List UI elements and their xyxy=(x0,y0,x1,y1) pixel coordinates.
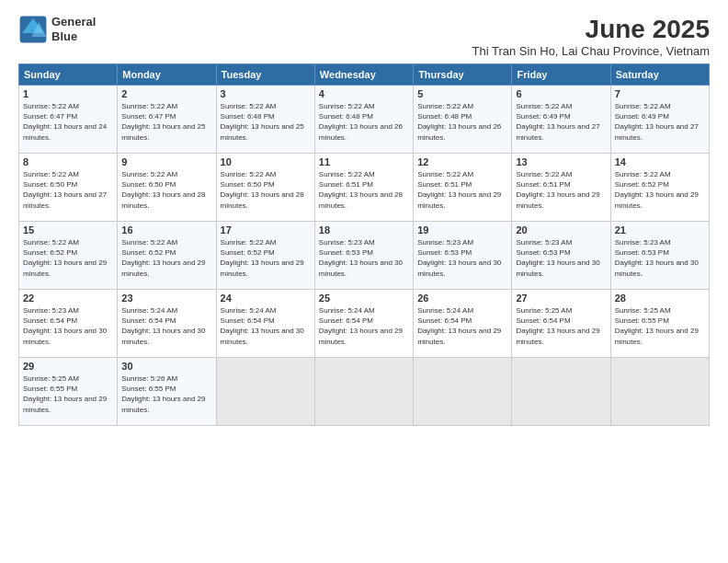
cell-info: Sunrise: 5:25 AMSunset: 6:55 PMDaylight:… xyxy=(23,373,113,415)
cell-info: Sunrise: 5:23 AMSunset: 6:53 PMDaylight:… xyxy=(417,237,507,279)
calendar-cell: 11Sunrise: 5:22 AMSunset: 6:51 PMDayligh… xyxy=(314,154,413,222)
cell-info: Sunrise: 5:23 AMSunset: 6:54 PMDaylight:… xyxy=(23,305,113,347)
calendar-cell: 10Sunrise: 5:22 AMSunset: 6:50 PMDayligh… xyxy=(216,154,314,222)
cell-info: Sunrise: 5:22 AMSunset: 6:48 PMDaylight:… xyxy=(417,101,507,143)
header-row: SundayMondayTuesdayWednesdayThursdayFrid… xyxy=(19,64,710,86)
logo-line2: Blue xyxy=(51,29,96,44)
day-number: 14 xyxy=(615,156,705,167)
calendar-cell xyxy=(414,358,512,426)
calendar-cell xyxy=(314,358,413,426)
cell-info: Sunrise: 5:22 AMSunset: 6:50 PMDaylight:… xyxy=(121,169,211,211)
calendar-cell: 3Sunrise: 5:22 AMSunset: 6:48 PMDaylight… xyxy=(216,86,314,154)
calendar-cell: 8Sunrise: 5:22 AMSunset: 6:50 PMDaylight… xyxy=(19,154,118,222)
cell-info: Sunrise: 5:24 AMSunset: 6:54 PMDaylight:… xyxy=(221,305,311,347)
day-number: 16 xyxy=(121,224,211,236)
cell-info: Sunrise: 5:22 AMSunset: 6:51 PMDaylight:… xyxy=(319,169,409,211)
cell-info: Sunrise: 5:22 AMSunset: 6:52 PMDaylight:… xyxy=(221,237,311,279)
cell-info: Sunrise: 5:22 AMSunset: 6:51 PMDaylight:… xyxy=(417,169,507,211)
cell-info: Sunrise: 5:22 AMSunset: 6:47 PMDaylight:… xyxy=(121,101,211,143)
calendar-page: General Blue June 2025 Thi Tran Sin Ho, … xyxy=(0,0,728,563)
calendar-cell: 14Sunrise: 5:22 AMSunset: 6:52 PMDayligh… xyxy=(610,154,709,222)
calendar-cell: 20Sunrise: 5:23 AMSunset: 6:53 PMDayligh… xyxy=(512,222,610,290)
header-thursday: Thursday xyxy=(414,64,512,86)
day-number: 18 xyxy=(319,224,409,236)
logo-text: General Blue xyxy=(51,15,96,43)
calendar-cell xyxy=(512,358,610,426)
day-number: 3 xyxy=(221,88,311,99)
cell-info: Sunrise: 5:22 AMSunset: 6:52 PMDaylight:… xyxy=(121,237,211,279)
cell-info: Sunrise: 5:22 AMSunset: 6:49 PMDaylight:… xyxy=(615,101,705,143)
day-number: 5 xyxy=(417,88,507,99)
day-number: 4 xyxy=(319,88,409,99)
calendar-cell: 29Sunrise: 5:25 AMSunset: 6:55 PMDayligh… xyxy=(19,358,118,426)
cell-info: Sunrise: 5:25 AMSunset: 6:55 PMDaylight:… xyxy=(615,305,705,347)
day-number: 26 xyxy=(417,293,507,304)
title-block: June 2025 Thi Tran Sin Ho, Lai Chau Prov… xyxy=(472,15,710,58)
cell-info: Sunrise: 5:23 AMSunset: 6:53 PMDaylight:… xyxy=(615,237,705,279)
calendar-cell xyxy=(610,358,709,426)
day-number: 13 xyxy=(516,156,606,167)
day-number: 1 xyxy=(23,88,113,99)
calendar-week-row: 15Sunrise: 5:22 AMSunset: 6:52 PMDayligh… xyxy=(19,222,710,290)
header-sunday: Sunday xyxy=(19,64,118,86)
calendar-cell: 21Sunrise: 5:23 AMSunset: 6:53 PMDayligh… xyxy=(610,222,709,290)
subtitle: Thi Tran Sin Ho, Lai Chau Province, Viet… xyxy=(472,44,710,58)
calendar-week-row: 22Sunrise: 5:23 AMSunset: 6:54 PMDayligh… xyxy=(19,290,710,358)
day-number: 11 xyxy=(319,156,409,167)
day-number: 6 xyxy=(516,88,606,99)
main-title: June 2025 xyxy=(472,15,710,44)
cell-info: Sunrise: 5:22 AMSunset: 6:51 PMDaylight:… xyxy=(516,169,606,211)
calendar-cell: 25Sunrise: 5:24 AMSunset: 6:54 PMDayligh… xyxy=(314,290,413,358)
calendar-cell: 9Sunrise: 5:22 AMSunset: 6:50 PMDaylight… xyxy=(118,154,216,222)
calendar-cell: 5Sunrise: 5:22 AMSunset: 6:48 PMDaylight… xyxy=(414,86,512,154)
calendar-cell: 26Sunrise: 5:24 AMSunset: 6:54 PMDayligh… xyxy=(414,290,512,358)
calendar-cell: 28Sunrise: 5:25 AMSunset: 6:55 PMDayligh… xyxy=(610,290,709,358)
cell-info: Sunrise: 5:25 AMSunset: 6:54 PMDaylight:… xyxy=(516,305,606,347)
day-number: 2 xyxy=(121,88,211,99)
day-number: 12 xyxy=(417,156,507,167)
day-number: 29 xyxy=(23,361,113,372)
day-number: 8 xyxy=(23,156,113,167)
day-number: 7 xyxy=(615,88,705,99)
day-number: 27 xyxy=(516,293,606,304)
day-number: 25 xyxy=(319,293,409,304)
logo-line1: General xyxy=(51,15,96,29)
day-number: 24 xyxy=(221,293,311,304)
calendar-cell: 6Sunrise: 5:22 AMSunset: 6:49 PMDaylight… xyxy=(512,86,610,154)
calendar-cell: 4Sunrise: 5:22 AMSunset: 6:48 PMDaylight… xyxy=(314,86,413,154)
header-monday: Monday xyxy=(118,64,216,86)
logo: General Blue xyxy=(18,15,96,44)
calendar-cell xyxy=(216,358,314,426)
day-number: 30 xyxy=(121,361,211,372)
cell-info: Sunrise: 5:22 AMSunset: 6:49 PMDaylight:… xyxy=(516,101,606,143)
cell-info: Sunrise: 5:22 AMSunset: 6:48 PMDaylight:… xyxy=(221,101,311,143)
cell-info: Sunrise: 5:23 AMSunset: 6:53 PMDaylight:… xyxy=(319,237,409,279)
calendar-week-row: 29Sunrise: 5:25 AMSunset: 6:55 PMDayligh… xyxy=(19,358,710,426)
calendar-week-row: 1Sunrise: 5:22 AMSunset: 6:47 PMDaylight… xyxy=(19,86,710,154)
day-number: 22 xyxy=(23,293,113,304)
cell-info: Sunrise: 5:22 AMSunset: 6:48 PMDaylight:… xyxy=(319,101,409,143)
day-number: 19 xyxy=(417,224,507,236)
calendar-cell: 22Sunrise: 5:23 AMSunset: 6:54 PMDayligh… xyxy=(19,290,118,358)
calendar-cell: 23Sunrise: 5:24 AMSunset: 6:54 PMDayligh… xyxy=(118,290,216,358)
calendar-week-row: 8Sunrise: 5:22 AMSunset: 6:50 PMDaylight… xyxy=(19,154,710,222)
day-number: 28 xyxy=(615,293,705,304)
calendar-cell: 7Sunrise: 5:22 AMSunset: 6:49 PMDaylight… xyxy=(610,86,709,154)
calendar-header: SundayMondayTuesdayWednesdayThursdayFrid… xyxy=(19,64,710,86)
cell-info: Sunrise: 5:24 AMSunset: 6:54 PMDaylight:… xyxy=(121,305,211,347)
calendar-cell: 24Sunrise: 5:24 AMSunset: 6:54 PMDayligh… xyxy=(216,290,314,358)
calendar-cell: 1Sunrise: 5:22 AMSunset: 6:47 PMDaylight… xyxy=(19,86,118,154)
cell-info: Sunrise: 5:24 AMSunset: 6:54 PMDaylight:… xyxy=(417,305,507,347)
day-number: 20 xyxy=(516,224,606,236)
header-friday: Friday xyxy=(512,64,610,86)
day-number: 10 xyxy=(221,156,311,167)
calendar-cell: 16Sunrise: 5:22 AMSunset: 6:52 PMDayligh… xyxy=(118,222,216,290)
calendar-table: SundayMondayTuesdayWednesdayThursdayFrid… xyxy=(18,63,710,426)
logo-icon xyxy=(18,15,48,44)
day-number: 17 xyxy=(221,224,311,236)
calendar-cell: 2Sunrise: 5:22 AMSunset: 6:47 PMDaylight… xyxy=(118,86,216,154)
header-wednesday: Wednesday xyxy=(314,64,413,86)
calendar-cell: 12Sunrise: 5:22 AMSunset: 6:51 PMDayligh… xyxy=(414,154,512,222)
cell-info: Sunrise: 5:22 AMSunset: 6:52 PMDaylight:… xyxy=(615,169,705,211)
cell-info: Sunrise: 5:23 AMSunset: 6:53 PMDaylight:… xyxy=(516,237,606,279)
